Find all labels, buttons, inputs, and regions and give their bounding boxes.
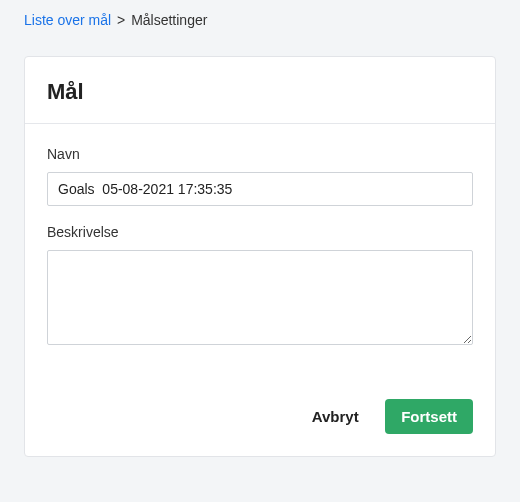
breadcrumb-link-goal-list[interactable]: Liste over mål bbox=[24, 12, 111, 28]
page-title: Mål bbox=[47, 79, 473, 105]
name-label: Navn bbox=[47, 146, 473, 162]
breadcrumb-current: Målsettinger bbox=[131, 12, 207, 28]
description-label: Beskrivelse bbox=[47, 224, 473, 240]
name-input[interactable] bbox=[47, 172, 473, 206]
form-group-description: Beskrivelse bbox=[47, 224, 473, 349]
description-textarea[interactable] bbox=[47, 250, 473, 345]
goal-card: Mål Navn Beskrivelse Avbryt Fortsett bbox=[24, 56, 496, 457]
card-header: Mål bbox=[25, 57, 495, 124]
continue-button[interactable]: Fortsett bbox=[385, 399, 473, 434]
breadcrumb: Liste over mål > Målsettinger bbox=[0, 0, 520, 28]
card-footer: Avbryt Fortsett bbox=[25, 385, 495, 456]
cancel-button[interactable]: Avbryt bbox=[296, 399, 375, 434]
breadcrumb-separator: > bbox=[117, 12, 125, 28]
form-group-name: Navn bbox=[47, 146, 473, 206]
card-body: Navn Beskrivelse bbox=[25, 124, 495, 385]
